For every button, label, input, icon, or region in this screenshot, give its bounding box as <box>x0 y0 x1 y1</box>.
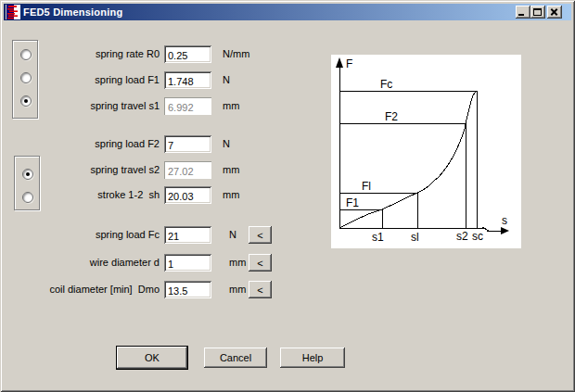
field-row-spring-travel-s1: spring travel s1 mm <box>0 97 315 115</box>
spring-characteristic-curve <box>339 91 477 228</box>
s-axis-arrow-icon <box>501 227 509 234</box>
field-row-spring-load-fc: spring load Fc N < <box>0 226 315 244</box>
minimize-button[interactable] <box>516 6 530 19</box>
unit-label: mm <box>229 257 246 268</box>
unit-label: mm <box>223 100 239 111</box>
field-row-spring-travel-s2: spring travel s2 mm <box>0 161 315 179</box>
minimize-icon <box>518 14 524 16</box>
spring-travel-s1-input <box>164 97 211 115</box>
s-axis-label: s <box>502 214 507 227</box>
unit-label: N <box>223 74 230 85</box>
stroke-sh-input[interactable] <box>164 186 211 204</box>
field-label: wire diameter d <box>0 257 160 268</box>
coil-diameter-dmo-input[interactable] <box>164 281 211 298</box>
decrease-d-button[interactable]: < <box>249 254 272 272</box>
field-label: spring travel s2 <box>0 164 160 175</box>
maximize-button[interactable] <box>530 6 545 19</box>
spring-load-f1-input[interactable] <box>164 71 211 89</box>
unit-label: mm <box>223 189 239 200</box>
fc-label: Fc <box>380 78 392 91</box>
title-bar: FED5 Dimensioning <box>4 4 571 20</box>
field-row-wire-diameter: wire diameter d mm < <box>0 254 315 272</box>
field-label: spring load F2 <box>0 138 160 149</box>
field-label: stroke 1-2 sh <box>0 189 160 200</box>
spring-rate-r0-input[interactable] <box>164 45 211 63</box>
s2-label: s2 <box>456 230 468 243</box>
maximize-icon <box>533 8 542 16</box>
spring-load-fc-input[interactable] <box>164 226 211 244</box>
unit-label: N <box>223 138 230 149</box>
spring-load-f2-input[interactable] <box>164 135 211 153</box>
unit-label: N/mm <box>223 48 249 59</box>
field-label: coil diameter [min] Dmo <box>0 284 160 295</box>
cancel-button[interactable]: Cancel <box>204 348 267 368</box>
spring-app-icon <box>6 5 20 19</box>
field-label: spring travel s1 <box>0 100 160 111</box>
unit-label: mm <box>229 284 246 295</box>
dialog-window: FED5 Dimensioning spring rate R0 N/mm <box>0 0 575 392</box>
f2-label: F2 <box>385 110 398 123</box>
field-row-spring-load-f1: spring load F1 N <box>0 71 315 89</box>
window-title: FED5 Dimensioning <box>23 6 122 18</box>
field-label: spring rate R0 <box>0 48 160 59</box>
force-travel-diagram: F s Fc F2 Fl F1 s1 sl s2 sc <box>331 55 521 248</box>
unit-label: mm <box>223 164 239 175</box>
fl-label: Fl <box>362 180 371 193</box>
f-axis-label: F <box>346 57 352 70</box>
ok-button[interactable]: OK <box>116 346 188 370</box>
field-row-spring-rate: spring rate R0 N/mm <box>0 45 315 63</box>
field-row-spring-load-f2: spring load F2 N <box>0 135 315 153</box>
unit-label: N <box>229 229 236 240</box>
window-controls <box>516 6 562 19</box>
help-button[interactable]: Help <box>280 348 345 368</box>
decrease-fc-button[interactable]: < <box>249 226 272 244</box>
field-row-stroke-sh: stroke 1-2 sh mm <box>0 186 315 204</box>
sc-label: sc <box>472 230 483 243</box>
wire-diameter-d-input[interactable] <box>164 254 211 272</box>
spring-travel-s2-input <box>164 161 211 179</box>
f-axis-arrow-icon <box>336 57 343 68</box>
f1-label: F1 <box>346 196 359 209</box>
sl-label: sl <box>411 231 419 244</box>
field-label: spring load Fc <box>0 229 160 240</box>
field-label: spring load F1 <box>0 74 160 85</box>
s1-label: s1 <box>372 231 384 244</box>
close-button[interactable] <box>547 6 562 19</box>
field-row-coil-diameter: coil diameter [min] Dmo mm < <box>0 281 315 298</box>
decrease-dmo-button[interactable]: < <box>249 281 272 298</box>
